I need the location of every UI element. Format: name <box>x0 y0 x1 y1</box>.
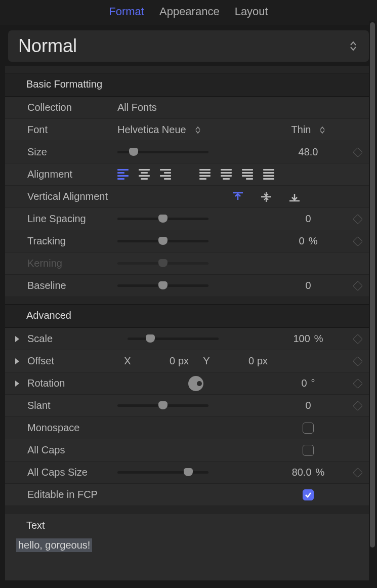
keyframe-icon[interactable] <box>353 379 363 389</box>
tab-format[interactable]: Format <box>109 5 144 18</box>
justify-center-button[interactable] <box>221 169 232 180</box>
slant-label: Slant <box>27 400 117 411</box>
offset-x-label: X <box>117 355 138 367</box>
row-collection: Collection All Fonts <box>5 97 372 119</box>
rotation-dial[interactable] <box>188 376 203 391</box>
allcapssize-unit: % <box>316 467 325 478</box>
monospace-checkbox[interactable] <box>303 423 314 434</box>
row-baseline: Baseline 0 <box>5 275 372 297</box>
row-linespacing: Line Spacing 0 <box>5 208 372 230</box>
align-center-button[interactable] <box>139 169 150 180</box>
font-style-select[interactable]: Thin <box>291 124 325 136</box>
rotation-label: Rotation <box>27 377 117 389</box>
justify-full-button[interactable] <box>263 169 274 180</box>
tab-layout[interactable]: Layout <box>235 5 268 18</box>
disclosure-triangle-icon[interactable] <box>14 358 20 365</box>
chevron-updown-icon <box>320 127 325 134</box>
kerning-label: Kerning <box>27 258 117 269</box>
allcapssize-value[interactable]: 80.0% <box>273 467 344 478</box>
tracking-value-text: 0 <box>299 235 305 247</box>
keyframe-icon[interactable] <box>353 281 363 291</box>
allcapssize-value-text: 80.0 <box>292 467 312 478</box>
tracking-unit: % <box>309 235 318 247</box>
row-valign: Vertical Alignment <box>5 186 372 208</box>
kerning-slider <box>117 262 208 265</box>
baseline-value[interactable]: 0 <box>273 280 344 291</box>
section-header-advanced: Advanced <box>5 304 372 328</box>
keyframe-icon[interactable] <box>353 401 363 411</box>
allcapssize-slider[interactable] <box>117 471 208 474</box>
baseline-label: Baseline <box>27 280 117 291</box>
row-rotation: Rotation 0° <box>5 372 372 395</box>
row-tracking: Tracking 0% <box>5 230 372 253</box>
monospace-label: Monospace <box>27 422 117 434</box>
keyframe-icon[interactable] <box>353 214 363 224</box>
row-offset: Offset X 0 px Y 0 px <box>5 350 372 372</box>
rotation-value-text: 0 <box>301 377 307 389</box>
allcaps-checkbox[interactable] <box>303 445 314 456</box>
row-scale: Scale 100% <box>5 328 372 350</box>
allcapssize-label: All Caps Size <box>27 467 117 478</box>
keyframe-icon[interactable] <box>353 334 363 344</box>
row-font: Font Helvetica Neue Thin <box>5 119 372 141</box>
rotation-unit: ° <box>311 377 315 389</box>
keyframe-icon[interactable] <box>353 236 363 246</box>
scale-value[interactable]: 100% <box>273 333 344 345</box>
linespacing-value[interactable]: 0 <box>273 213 344 225</box>
row-alignment: Alignment <box>5 163 372 186</box>
valign-middle-button[interactable] <box>261 192 271 202</box>
scrollbar[interactable] <box>369 21 376 586</box>
chevron-updown-icon <box>195 127 200 134</box>
disclosure-triangle-icon[interactable] <box>14 380 20 387</box>
tabs-bar: Format Appearance Layout <box>0 0 377 25</box>
editablefcp-checkbox[interactable] <box>303 489 314 500</box>
slant-value[interactable]: 0 <box>273 400 344 411</box>
text-section-label: Text <box>26 520 372 531</box>
tracking-label: Tracking <box>27 235 117 247</box>
keyframe-icon[interactable] <box>353 147 363 157</box>
baseline-slider[interactable] <box>117 284 208 287</box>
scale-slider[interactable] <box>128 338 219 340</box>
scale-value-text: 100 <box>293 333 310 345</box>
rotation-value[interactable]: 0° <box>273 377 344 389</box>
row-monospace: Monospace <box>5 417 372 439</box>
font-label: Font <box>27 124 117 136</box>
keyframe-icon[interactable] <box>353 468 363 478</box>
text-content-field[interactable]: hello, gorgeous! <box>16 538 92 552</box>
tracking-value[interactable]: 0% <box>273 235 344 247</box>
row-allcaps: All Caps <box>5 439 372 461</box>
style-preset-label: Normal <box>18 35 77 57</box>
tab-appearance[interactable]: Appearance <box>159 5 220 18</box>
offset-y-unit: px <box>257 355 275 367</box>
offset-y-value[interactable]: 0 <box>217 355 257 367</box>
size-label: Size <box>27 146 117 158</box>
justify-left-button[interactable] <box>199 169 211 180</box>
valign-top-button[interactable] <box>233 192 243 202</box>
align-right-button[interactable] <box>160 169 171 180</box>
slant-slider[interactable] <box>117 404 208 407</box>
align-left-button[interactable] <box>117 169 129 180</box>
offset-label: Offset <box>27 355 117 367</box>
justify-right-button[interactable] <box>242 169 253 180</box>
offset-x-value[interactable]: 0 <box>138 355 178 367</box>
collection-value[interactable]: All Fonts <box>117 102 157 113</box>
collection-label: Collection <box>27 102 117 113</box>
font-family-select[interactable]: Helvetica Neue <box>117 124 200 136</box>
disclosure-triangle-icon[interactable] <box>14 335 20 343</box>
row-allcapssize: All Caps Size 80.0% <box>5 461 372 484</box>
linespacing-label: Line Spacing <box>27 213 117 225</box>
tracking-slider[interactable] <box>117 240 208 242</box>
size-slider[interactable] <box>117 151 208 153</box>
collection-value-text: All Fonts <box>117 102 157 113</box>
keyframe-icon[interactable] <box>353 356 363 366</box>
style-preset-select[interactable]: Normal <box>8 30 369 62</box>
scale-label: Scale <box>27 333 117 345</box>
linespacing-slider[interactable] <box>117 218 208 220</box>
size-value[interactable]: 48.0 <box>273 146 344 158</box>
scrollbar-thumb[interactable] <box>370 22 375 548</box>
scale-unit: % <box>314 333 323 345</box>
offset-x-unit: px <box>178 355 196 367</box>
section-header-basic: Basic Formatting <box>5 73 372 97</box>
text-entry-section: Text hello, gorgeous! <box>5 513 372 569</box>
valign-bottom-button[interactable] <box>289 192 300 202</box>
